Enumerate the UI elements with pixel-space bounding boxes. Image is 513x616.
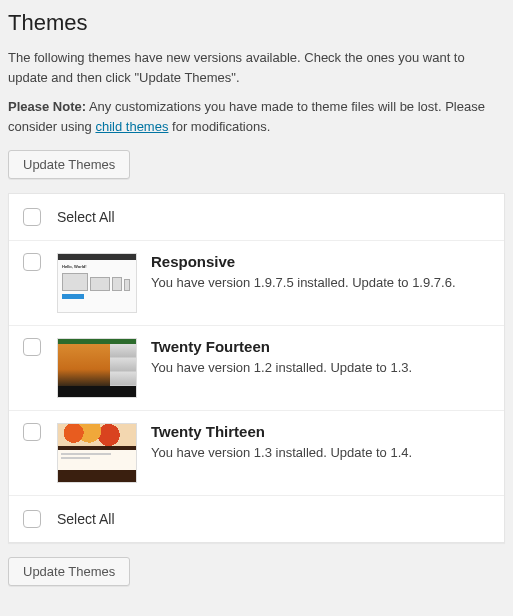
select-all-label-top: Select All: [57, 209, 115, 225]
theme-row: Twenty Fourteen You have version 1.2 ins…: [9, 326, 504, 411]
select-all-checkbox-top[interactable]: [23, 208, 41, 226]
note-after: for modifications.: [168, 119, 270, 134]
update-themes-button-top[interactable]: Update Themes: [8, 150, 130, 179]
select-all-row-bottom: Select All: [9, 496, 504, 542]
intro-text: The following themes have new versions a…: [8, 48, 505, 87]
theme-desc: You have version 1.2 installed. Update t…: [151, 359, 490, 377]
theme-thumbnail: Hello, World!: [57, 253, 137, 313]
note-text: Please Note: Any customizations you have…: [8, 97, 505, 136]
child-themes-link[interactable]: child themes: [95, 119, 168, 134]
select-all-checkbox-bottom[interactable]: [23, 510, 41, 528]
select-all-row-top: Select All: [9, 194, 504, 241]
theme-row: Hello, World! Responsive You have versio…: [9, 241, 504, 326]
select-all-label-bottom: Select All: [57, 511, 115, 527]
theme-desc: You have version 1.9.7.5 installed. Upda…: [151, 274, 490, 292]
themes-panel: Select All Hello, World! Responsive You …: [8, 193, 505, 543]
theme-checkbox[interactable]: [23, 338, 41, 356]
theme-thumbnail: [57, 338, 137, 398]
theme-thumbnail: [57, 423, 137, 483]
theme-row: Twenty Thirteen You have version 1.3 ins…: [9, 411, 504, 496]
update-themes-button-bottom[interactable]: Update Themes: [8, 557, 130, 586]
theme-name: Twenty Thirteen: [151, 423, 490, 440]
note-label: Please Note:: [8, 99, 86, 114]
theme-name: Twenty Fourteen: [151, 338, 490, 355]
theme-desc: You have version 1.3 installed. Update t…: [151, 444, 490, 462]
theme-name: Responsive: [151, 253, 490, 270]
theme-checkbox[interactable]: [23, 253, 41, 271]
theme-checkbox[interactable]: [23, 423, 41, 441]
page-heading: Themes: [8, 0, 505, 42]
